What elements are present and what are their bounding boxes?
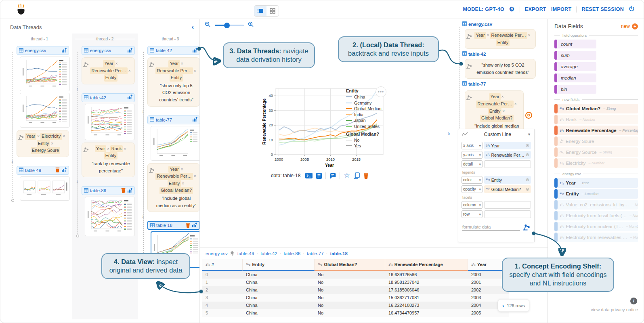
channel-selector-x-axis[interactable]: x-axis▾ [461, 142, 482, 149]
channel-selector-row[interactable]: row▾ [461, 210, 482, 218]
remove-field-icon[interactable]: × [63, 134, 65, 138]
data-view-tab-table-49[interactable]: table-49 [237, 251, 254, 256]
channel-selector-detail[interactable]: detail▾ [461, 160, 482, 168]
field-item-global-median-[interactable]: ᴬᵇcGlobal Median?– String [554, 104, 638, 113]
remove-field-icon[interactable]: × [514, 102, 517, 106]
remove-field-icon[interactable]: × [528, 33, 531, 38]
field-chip[interactable]: Rank [110, 145, 123, 153]
chart-thumbnail[interactable] [151, 126, 200, 161]
field-chip[interactable]: Entity [488, 108, 502, 115]
encoding-field-row[interactable] [484, 210, 531, 218]
grid-view-button[interactable] [266, 6, 279, 16]
column-header-renewable-percentage[interactable]: 1²₃Renewable Percentage [385, 259, 468, 271]
field-chip[interactable]: Renewable Per… [90, 67, 127, 75]
zoom-in-icon[interactable] [248, 21, 254, 29]
column-header-global-median-[interactable]: ᴬᵇcGlobal Median? [315, 259, 385, 271]
remove-field-icon[interactable]: × [37, 134, 40, 138]
remove-field-icon[interactable]: × [51, 141, 53, 146]
operator-chip-sum[interactable]: sum [554, 51, 596, 60]
field-chip[interactable]: Renewable Per… [155, 173, 193, 180]
field-chip[interactable]: Year [168, 60, 180, 67]
field-chip[interactable]: Year [489, 93, 500, 101]
table-card-table-42[interactable]: table-42 [147, 46, 200, 55]
import-button[interactable]: IMPORT [551, 6, 571, 12]
delete-table-icon[interactable] [186, 222, 190, 229]
model-button[interactable]: MODEL: GPT-4O [463, 6, 504, 12]
chart-thumbnail[interactable] [20, 93, 70, 128]
formulate-wand-icon[interactable] [522, 224, 530, 231]
table-card-table-77[interactable]: table-77 [147, 115, 200, 124]
field-chip[interactable]: Renewable Per… [490, 32, 527, 39]
field-chip[interactable]: Entity [37, 140, 50, 147]
field-item-value-co2-emissions-kt-by-[interactable]: 1²₃Value_co2_emissions_kt_by…– Number [554, 200, 638, 210]
field-chip[interactable]: Energy Soure [31, 147, 60, 154]
field-item-energy-source[interactable]: ᴬᵇcEnergy Source– String [554, 147, 638, 157]
add-chart-icon[interactable] [127, 48, 132, 54]
legend-entry-japan[interactable]: Japan [346, 118, 390, 123]
table-card-table-42[interactable]: table-42 [82, 93, 135, 102]
derivation-card[interactable]: Year×Electricity×Entity×Energy Soure [17, 130, 69, 157]
encoding-field-y-axis[interactable]: 1²₃Renewable Per…⊗ [484, 151, 531, 159]
remove-field-icon[interactable]: × [194, 174, 196, 178]
row-count-pager[interactable]: ‹ 126 rows [498, 299, 529, 312]
field-chip[interactable]: Global Median? [159, 187, 193, 194]
privacy-notice-link[interactable]: view data privacy notice [591, 307, 638, 312]
remove-encoding-icon[interactable]: ⊗ [526, 143, 529, 148]
chart-thumbnail[interactable] [85, 197, 135, 236]
field-chip[interactable]: Entity [104, 152, 118, 159]
legend-entry-united-states[interactable]: United States [346, 124, 390, 129]
add-chart-icon[interactable] [192, 222, 197, 229]
formulate-data-input[interactable]: formulate data [462, 224, 520, 231]
field-chip[interactable]: Year [168, 166, 180, 173]
zoom-slider-thumb[interactable] [224, 23, 230, 28]
channel-selector-column[interactable]: column▾ [461, 201, 482, 209]
remove-field-icon[interactable]: × [181, 61, 183, 66]
field-chip[interactable]: Global Median? [480, 115, 514, 122]
field-item-electricity-from-nuclear-t-[interactable]: 1²₃Electricity from nuclear (T…– Number [554, 222, 638, 231]
encoding-field-x-axis[interactable]: 1²₃Year⊗ [484, 142, 531, 149]
duplicate-button[interactable] [354, 172, 360, 179]
delete-table-icon[interactable] [55, 167, 60, 173]
remove-field-icon[interactable]: × [181, 167, 183, 172]
channel-selector-color[interactable]: color▾ [461, 176, 482, 184]
table-card-energy.csv[interactable]: energy.csv [82, 46, 135, 55]
column-header--[interactable]: 1²₃# [202, 259, 243, 271]
remove-field-icon[interactable]: × [501, 94, 504, 99]
chat-button[interactable] [329, 173, 336, 179]
local-table-link-energy.csv[interactable]: energy.csv [462, 21, 536, 27]
info-icon[interactable]: i [630, 298, 637, 304]
add-chart-icon[interactable] [61, 48, 67, 54]
remove-encoding-icon[interactable]: ⊗ [526, 177, 529, 182]
table-card-table-49[interactable]: table-49 [17, 166, 69, 175]
chart-thumbnail[interactable] [20, 57, 70, 91]
legend-entry-global-median[interactable]: Global Median [346, 106, 390, 111]
table-card-energy.csv[interactable]: energy.csv [17, 46, 69, 55]
operator-chip-average[interactable]: average [554, 62, 596, 71]
data-view-tab-energy.csv[interactable]: energy.csv [206, 251, 228, 256]
channel-selector-y-axis[interactable]: y-axis▾ [461, 151, 482, 159]
field-chip[interactable]: Year [95, 145, 106, 153]
data-view-tab-table-42[interactable]: table-42 [260, 251, 277, 256]
document-button[interactable] [316, 173, 322, 179]
remove-field-icon[interactable]: × [107, 147, 109, 151]
local-table-link-table-77[interactable]: table-77 [462, 81, 536, 86]
delete-table-icon[interactable] [121, 188, 126, 194]
field-chip[interactable]: Entity [168, 180, 181, 187]
remove-field-icon[interactable]: × [115, 61, 118, 66]
reset-session-button[interactable]: RESET SESSION [581, 6, 624, 12]
local-table-link-table-42[interactable]: table-42 [462, 51, 536, 57]
field-chip[interactable]: Year [103, 60, 114, 67]
encoding-field-detail[interactable] [484, 160, 531, 168]
encoding-field-opacity[interactable]: ᴬᵇcGlobal Median?⊗ [484, 185, 531, 193]
remove-encoding-icon[interactable]: ⊗ [526, 152, 529, 157]
derivation-card[interactable]: Year×Renewable Per…×Entity [465, 29, 536, 49]
field-item-entity[interactable]: ᴬᵇcEntity– Location [554, 189, 638, 199]
derivation-card[interactable]: Year×Rank×Entity "rank by renewable perc… [82, 143, 135, 177]
encoding-field-color[interactable]: ᴬᵇcEntity⊗ [484, 176, 531, 184]
derivation-card[interactable]: Year×Renewable Per…×Entity [82, 57, 135, 84]
zoom-out-icon[interactable] [205, 21, 211, 29]
field-item-electricity-from-renewables-[interactable]: 1²₃Electricity from renewables …– Number [554, 233, 638, 242]
add-chart-icon[interactable] [127, 188, 132, 194]
remove-field-icon[interactable]: × [128, 69, 131, 73]
field-item-energy-soure[interactable]: Energy Soure [554, 136, 638, 146]
